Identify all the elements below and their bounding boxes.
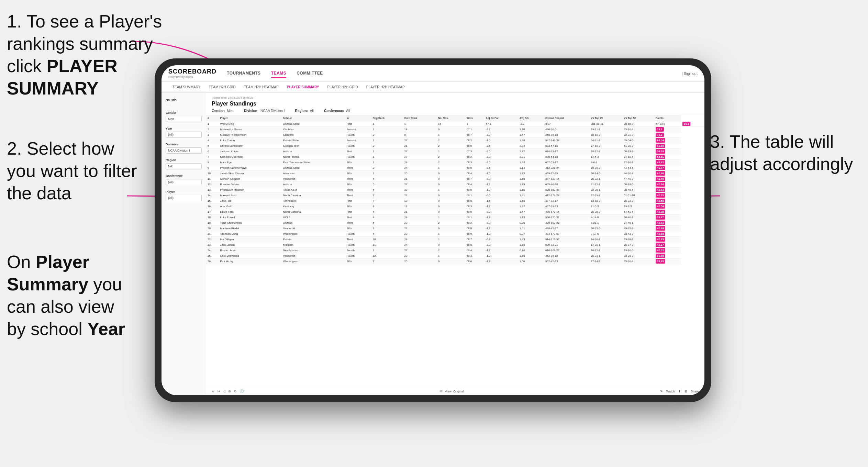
sidebar-section-gender: Gender Men Women xyxy=(166,111,202,122)
table-wrapper: # Player School Yr Reg Rank Conf Rank No… xyxy=(206,115,704,387)
col-avg-sg: Avg SG xyxy=(518,115,544,121)
sidebar: No Rds. —— Gender Men Women Year (All) F… xyxy=(162,93,206,395)
col-no-rds: No. Rds. xyxy=(437,115,465,121)
instruction-bottom: On Player Summary you can also view by s… xyxy=(7,251,137,340)
share-label[interactable]: Share xyxy=(691,390,699,393)
sidebar-gender-select[interactable]: Men Women xyxy=(166,116,202,122)
back-icon[interactable]: ◁ xyxy=(223,389,225,393)
subnav-player-h2h-grid[interactable]: PLAYER H2H GRID xyxy=(323,84,362,90)
table-row: 7Nicholas GabrelcikNorth FloridaFourth12… xyxy=(206,154,704,160)
col-school: School xyxy=(282,115,345,121)
main-content: Update time: 27/03/2024 16:56:26 Player … xyxy=(206,93,704,395)
nav-items: TOURNAMENTS TEAMS COMMITTEE xyxy=(227,69,682,78)
table-row: 14Maxwell FordNorth CarolinaThird722069.… xyxy=(206,193,704,198)
table-row: 13Phichakun MaichonTexas A&MThird630169.… xyxy=(206,187,704,193)
sign-out-link[interactable]: | Sign out xyxy=(682,71,698,76)
sidebar-region-select[interactable]: N/k All xyxy=(166,163,202,169)
redo-icon[interactable]: ↪ xyxy=(217,389,220,393)
col-player: Player xyxy=(219,115,281,121)
col-reg-rank: Reg Rank xyxy=(371,115,403,121)
table-row: 26Petr HrubyWashingtonFifth725068.6-1.81… xyxy=(206,259,704,264)
subnav-team-h2h-heatmap[interactable]: TEAM H2H HEATMAP xyxy=(240,84,283,90)
conference-value: All xyxy=(346,109,350,113)
logo-text: SCOREBOARD xyxy=(168,68,216,75)
col-overall: Overall Record xyxy=(544,115,589,121)
filter-division: Division: NCAA Division I xyxy=(244,109,285,113)
tablet-device: SCOREBOARD Powered by dippa TOURNAMENTS … xyxy=(155,58,711,402)
table-row: 16Alex GoffKentuckyFifth819068.3-1.71.92… xyxy=(206,204,704,209)
sidebar-conference-select[interactable]: (All) xyxy=(166,179,202,185)
table-row: 21Taehoon SongWashingtonFourth423168.9-1… xyxy=(206,231,704,237)
undo-icon[interactable]: ↩ xyxy=(212,389,214,393)
col-adj: Adj. to Par xyxy=(485,115,518,121)
app-header: SCOREBOARD Powered by dippa TOURNAMENTS … xyxy=(162,65,704,82)
sidebar-section-nordsq: No Rds. —— xyxy=(166,98,202,106)
nav-item-teams[interactable]: TEAMS xyxy=(271,69,287,78)
table-row: 15Jake HallTennesseeFifth718068.5-1.51.6… xyxy=(206,198,704,204)
clock-icon[interactable]: 🕐 xyxy=(240,389,244,393)
conference-label: Conference: xyxy=(324,109,344,113)
sidebar-division-select[interactable]: NCAA Division I xyxy=(166,147,202,154)
toolbar-center: 👁 View: Original xyxy=(439,389,464,393)
col-vstop25: Vs Top 25 xyxy=(589,115,622,121)
view-label[interactable]: View: Original xyxy=(445,390,464,393)
zoom-icon[interactable]: ⊕ xyxy=(228,389,231,393)
table-row: 22Ian GilliganFloridaThird1024168.7-0.81… xyxy=(206,237,704,242)
table-row: 2Michael Le SassoOle MissSecond118067.1-… xyxy=(206,127,704,132)
sidebar-year-select[interactable]: (All) First Second Third Fourth Fifth xyxy=(166,132,202,138)
table-row: 20Matthew RiedelVanderbiltFifth922068.8-… xyxy=(206,226,704,231)
table-row: 8Mats EgeEast Tennessee StateFifth124268… xyxy=(206,160,704,165)
table-row: 10Jacob Skov OlesenArkansasFifth125068.4… xyxy=(206,171,704,176)
filter-region: Region: All xyxy=(295,109,314,113)
watch-label[interactable]: Watch xyxy=(666,390,675,393)
table-row: 4Luke ClatonFlorida StateSecond127268.2-… xyxy=(206,138,704,143)
nav-item-committee[interactable]: COMMITTEE xyxy=(297,69,323,78)
grid-icon[interactable]: ⊞ xyxy=(685,390,687,393)
nav-item-tournaments[interactable]: TOURNAMENTS xyxy=(227,69,261,78)
table-row: 1Wenyi DingArizona StateFirst1115167.1-3… xyxy=(206,121,704,127)
download-icon[interactable]: ⬇ xyxy=(678,390,681,393)
subnav-player-h2h-heatmap[interactable]: PLAYER H2H HEATMAP xyxy=(362,84,409,90)
nav-right: | Sign out xyxy=(682,71,698,76)
toolbar-right: 👁 Watch ⬇ ⊞ Share xyxy=(660,390,699,393)
col-conf-rank: Conf Rank xyxy=(403,115,437,121)
eye-icon: 👁 xyxy=(439,389,443,393)
table-row: 17David FordNorth CarolinaFifth421069.0-… xyxy=(206,209,704,215)
tablet-screen: SCOREBOARD Powered by dippa TOURNAMENTS … xyxy=(162,65,704,395)
subnav-player-summary[interactable]: PLAYER SUMMARY xyxy=(283,84,323,90)
sidebar-section-division: Division NCAA Division I xyxy=(166,143,202,154)
app-body: No Rds. —— Gender Men Women Year (All) F… xyxy=(162,93,704,395)
logo-area: SCOREBOARD Powered by dippa xyxy=(168,68,216,79)
table-row: 9Preston SummerhaysArizona StateThird324… xyxy=(206,165,704,171)
sidebar-division-label: Division xyxy=(166,143,202,146)
subnav-team-summary[interactable]: TEAM SUMMARY xyxy=(168,84,205,90)
col-yr: Yr xyxy=(345,115,371,121)
content-header: Update time: 27/03/2024 16:56:26 Player … xyxy=(206,93,704,115)
instruction-step1: 1. To see a Player's rankings summary cl… xyxy=(7,10,172,100)
sidebar-nords-label: No Rds. xyxy=(166,98,202,102)
gender-value: Men xyxy=(227,109,233,113)
sidebar-section-player: Player (All) xyxy=(166,190,202,201)
logo-sub: Powered by dippa xyxy=(168,75,216,79)
table-row: 19Tiger ChristensenArizonaThird523269.2-… xyxy=(206,220,704,226)
table-row: 6Jackson KoivunAuburnFirst127167.3-2.02.… xyxy=(206,149,704,154)
table-row: 23Jack LundinMissouriFourth1124068.5-2.3… xyxy=(206,242,704,248)
sidebar-year-label: Year xyxy=(166,127,202,130)
sidebar-player-select[interactable]: (All) xyxy=(166,195,202,201)
watch-icon: 👁 xyxy=(660,390,663,393)
col-wins: Wins xyxy=(465,115,485,121)
table-header-row: # Player School Yr Reg Rank Conf Rank No… xyxy=(206,115,704,121)
instruction-right: 3. The table will adjust accordingly xyxy=(710,131,854,175)
sidebar-section-year: Year (All) First Second Third Fourth Fif… xyxy=(166,127,202,138)
table-row: 5Christo LamprechtGeorgia TechFourth2212… xyxy=(206,143,704,149)
table-row: 11Gordon SargentVanderbiltThird421068.7-… xyxy=(206,176,704,182)
sidebar-section-region: Region N/k All xyxy=(166,158,202,169)
gender-label: Gender: xyxy=(212,109,225,113)
filter-row: Gender: Men Division: NCAA Division I Re… xyxy=(212,109,699,113)
region-label: Region: xyxy=(295,109,308,113)
subnav-team-h2h-grid[interactable]: TEAM H2H GRID xyxy=(205,84,240,90)
table-body: 1Wenyi DingArizona StateFirst1115167.1-3… xyxy=(206,121,704,264)
settings-icon[interactable]: ⚙ xyxy=(234,389,237,393)
instruction-step2: 2. Select how you want to filter the dat… xyxy=(7,137,137,204)
col-points: Points xyxy=(654,115,681,121)
